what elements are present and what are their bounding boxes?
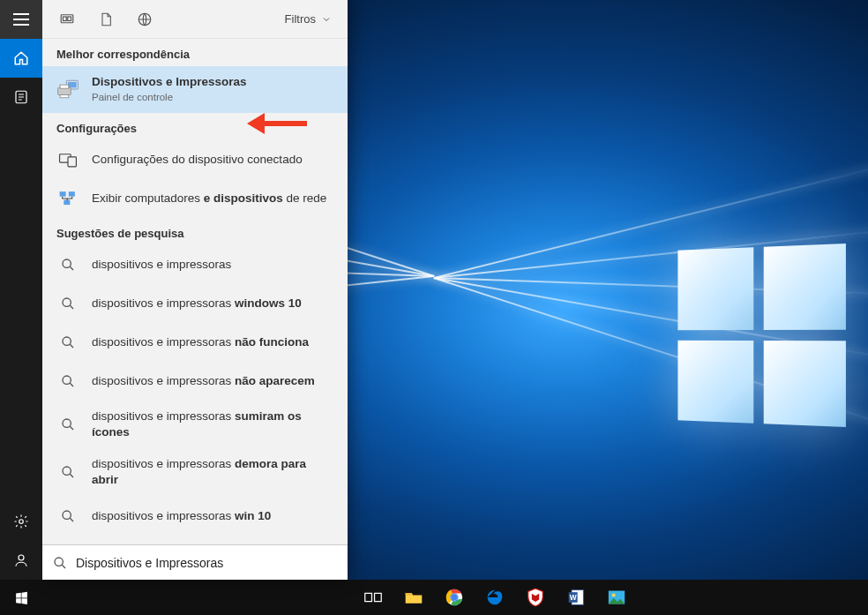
taskbar-word[interactable]: W bbox=[556, 580, 596, 615]
svg-point-19 bbox=[63, 337, 71, 345]
svg-point-31 bbox=[452, 595, 458, 601]
connected-device-icon bbox=[56, 148, 79, 171]
search-suggestion[interactable]: dispositivos e impressoras windows 10 bbox=[42, 284, 348, 323]
taskbar-chrome[interactable] bbox=[434, 580, 475, 615]
best-match-subtitle: Painel de controle bbox=[92, 91, 247, 105]
cortana-rail bbox=[0, 0, 42, 580]
document-icon bbox=[99, 11, 113, 27]
svg-rect-26 bbox=[365, 593, 372, 601]
search-icon bbox=[56, 505, 79, 528]
svg-point-21 bbox=[63, 419, 71, 427]
svg-point-20 bbox=[63, 376, 71, 384]
search-icon bbox=[56, 292, 79, 315]
search-icon bbox=[56, 461, 79, 484]
suggestions-header: Sugestões de pesquisa bbox=[42, 218, 348, 245]
globe-icon bbox=[137, 11, 153, 27]
search-panel: Filtros Melhor correspondência Dispositi… bbox=[42, 0, 348, 580]
search-icon bbox=[56, 370, 79, 393]
folder-icon bbox=[404, 589, 423, 605]
shield-icon bbox=[527, 588, 544, 607]
result-label: dispositivos e impressoras bbox=[92, 258, 231, 271]
svg-rect-13 bbox=[68, 157, 76, 167]
svg-point-1 bbox=[19, 520, 24, 524]
search-suggestion[interactable]: dispositivos e impressoras demora para a… bbox=[42, 448, 348, 496]
taskbar-photos[interactable] bbox=[596, 580, 637, 615]
taskbar-task-view[interactable] bbox=[353, 580, 393, 615]
signs-icon bbox=[13, 89, 29, 105]
svg-rect-11 bbox=[60, 95, 69, 98]
rail-settings-button[interactable] bbox=[0, 502, 42, 541]
gear-icon bbox=[13, 514, 29, 529]
svg-rect-4 bbox=[64, 17, 67, 21]
result-label: dispositivos e impressoras não funciona bbox=[92, 335, 309, 349]
search-icon bbox=[56, 253, 79, 276]
result-label: dispositivos e impressoras não aparecem bbox=[92, 374, 315, 387]
rail-signs-button[interactable] bbox=[0, 78, 42, 116]
result-label: Exibir computadores e dispositivos de re… bbox=[92, 191, 326, 205]
result-label: dispositivos e impressoras sumiram os íc… bbox=[92, 409, 302, 439]
rail-home-button[interactable] bbox=[0, 39, 42, 78]
scope-documents[interactable] bbox=[86, 0, 125, 39]
best-match-title: Dispositivos e Impressoras bbox=[92, 74, 247, 90]
search-suggestion[interactable]: dispositivos e impressoras bbox=[42, 245, 348, 284]
filters-label: Filtros bbox=[285, 12, 316, 26]
svg-point-25 bbox=[55, 558, 63, 566]
word-icon: W bbox=[567, 589, 585, 606]
rail-feedback-button[interactable] bbox=[0, 541, 42, 580]
result-label: dispositivos e impressoras demora para a… bbox=[92, 457, 306, 486]
search-scope-bar: Filtros bbox=[42, 0, 348, 39]
result-label: dispositivos e impressoras windows 10 bbox=[92, 296, 302, 310]
settings-result-connected-device[interactable]: Configurações do dispositivo conectado bbox=[42, 140, 348, 179]
svg-point-17 bbox=[63, 259, 71, 267]
scope-apps[interactable] bbox=[48, 0, 86, 39]
network-icon bbox=[56, 187, 79, 210]
result-label: Configurações do dispositivo conectado bbox=[92, 153, 303, 166]
svg-point-22 bbox=[63, 467, 71, 475]
windows-logo bbox=[677, 244, 845, 427]
start-button[interactable] bbox=[0, 580, 42, 615]
filters-dropdown[interactable]: Filtros bbox=[274, 0, 342, 39]
devices-printers-icon bbox=[56, 78, 79, 101]
svg-rect-5 bbox=[68, 17, 71, 21]
svg-point-23 bbox=[63, 511, 71, 519]
scope-web[interactable] bbox=[125, 0, 164, 39]
svg-rect-10 bbox=[60, 85, 69, 88]
search-box[interactable] bbox=[42, 544, 348, 580]
best-match-result[interactable]: Dispositivos e Impressoras Painel de con… bbox=[42, 66, 348, 113]
chevron-down-icon bbox=[321, 14, 332, 25]
photos-icon bbox=[608, 589, 625, 605]
svg-text:W: W bbox=[570, 593, 577, 602]
search-suggestion[interactable]: dispositivos e impressoras não funciona bbox=[42, 323, 348, 362]
callout-arrow bbox=[247, 113, 307, 134]
svg-point-2 bbox=[19, 555, 24, 560]
hamburger-icon bbox=[13, 13, 29, 26]
search-icon bbox=[56, 413, 79, 436]
search-suggestion[interactable]: dispositivos e impressoras não aparecem bbox=[42, 362, 348, 401]
svg-rect-14 bbox=[60, 191, 66, 197]
windows-icon bbox=[14, 590, 29, 605]
chrome-icon bbox=[445, 589, 463, 606]
svg-rect-15 bbox=[69, 191, 75, 197]
search-suggestion[interactable]: dispositivos e impressoras win 10 bbox=[42, 497, 348, 536]
svg-rect-27 bbox=[375, 593, 382, 601]
search-suggestion[interactable]: dispositivos e impressoras sumiram os íc… bbox=[42, 401, 348, 448]
svg-rect-8 bbox=[68, 82, 77, 88]
svg-point-36 bbox=[612, 593, 616, 596]
apps-icon bbox=[59, 11, 75, 27]
person-icon bbox=[13, 552, 29, 568]
rail-menu-button[interactable] bbox=[0, 0, 42, 39]
search-icon bbox=[53, 556, 67, 570]
svg-rect-16 bbox=[64, 199, 70, 205]
taskbar: W bbox=[0, 580, 868, 615]
taskbar-edge[interactable] bbox=[475, 580, 515, 615]
svg-point-18 bbox=[63, 298, 71, 306]
taskbar-file-explorer[interactable] bbox=[393, 580, 434, 615]
taskbar-mcafee[interactable] bbox=[515, 580, 556, 615]
search-suggestion[interactable]: dispositivos e impressoras epson bbox=[42, 536, 348, 544]
settings-result-network-devices[interactable]: Exibir computadores e dispositivos de re… bbox=[42, 179, 348, 218]
result-label: dispositivos e impressoras win 10 bbox=[92, 509, 271, 522]
edge-icon bbox=[486, 589, 504, 606]
search-input[interactable] bbox=[76, 556, 337, 570]
best-match-header: Melhor correspondência bbox=[42, 39, 348, 66]
search-icon bbox=[56, 331, 79, 354]
